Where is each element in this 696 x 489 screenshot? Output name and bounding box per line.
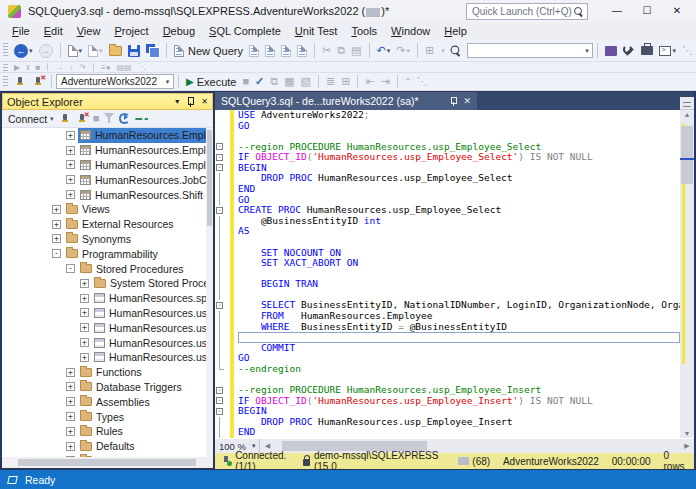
code-line[interactable]: -IF OBJECT_ID('HumanResources.usp_Employ… — [215, 396, 680, 407]
tree-item[interactable]: +HumanResources.Shift — [2, 187, 213, 202]
toolbar-overflow[interactable]: ⋱ — [414, 76, 431, 87]
new-query-button[interactable]: New Query — [171, 42, 246, 60]
toolbar-dropdown[interactable]: ▾ — [437, 47, 448, 55]
expand-icon[interactable]: + — [66, 397, 75, 406]
menu-debug[interactable]: Debug — [156, 23, 202, 39]
expand-icon[interactable]: + — [52, 234, 61, 243]
outlining-margin[interactable]: - — [215, 300, 238, 311]
expand-icon[interactable]: + — [66, 427, 75, 436]
scroll-left-icon[interactable]: ◀ — [260, 442, 274, 450]
redo-button[interactable]: ↷▾ — [393, 45, 413, 56]
menu-tools[interactable]: Tools — [344, 23, 384, 39]
wrench-icon[interactable] — [620, 45, 638, 57]
expand-icon[interactable]: + — [66, 368, 75, 377]
undo-button[interactable]: ↶▾ — [374, 45, 394, 56]
tree-horizontal-scrollbar[interactable] — [2, 457, 213, 468]
expand-icon[interactable]: + — [66, 131, 75, 140]
toolbar-overflow[interactable]: ⋱ — [135, 63, 149, 71]
code-line[interactable]: END — [215, 427, 680, 438]
execute-button[interactable]: ▶Execute — [183, 76, 239, 88]
tree-item[interactable]: +HumanResources.Employee — [2, 128, 213, 143]
menu-help[interactable]: Help — [437, 23, 474, 39]
break-all-icon[interactable]: ‖ — [23, 63, 32, 72]
navigate-forward-button[interactable]: → — [36, 44, 56, 58]
code-line[interactable]: WHERE BusinessEntityID = @BusinessEntity… — [215, 322, 680, 333]
code-line[interactable]: @BusinessEntityID int — [215, 216, 680, 227]
debug-windows-icon[interactable]: ▤▤ — [114, 63, 135, 72]
estimated-plan-icon[interactable]: ⧉ — [267, 76, 281, 87]
collapse-region-icon[interactable]: - — [216, 408, 223, 415]
disconnect-query-icon[interactable]: ✕ — [29, 76, 47, 88]
outlining-margin[interactable]: - — [215, 396, 238, 407]
collapse-icon[interactable]: - — [66, 264, 75, 273]
tree-item[interactable]: +Views — [2, 202, 213, 217]
code-line[interactable]: GO — [215, 121, 680, 132]
navigate-backward-button[interactable]: ←▾ — [11, 44, 36, 58]
expand-icon[interactable]: + — [66, 146, 75, 155]
disconnect-plug-icon[interactable]: ✕ — [76, 113, 88, 125]
outlining-margin[interactable]: - — [215, 385, 238, 396]
code-line[interactable]: SET XACT_ABORT ON — [215, 258, 680, 269]
intellisense-icon[interactable]: ▧ — [298, 76, 314, 87]
outlining-margin[interactable]: - — [215, 205, 238, 216]
tree-item[interactable]: +HumanResources.sp_GetEmployeeManagers — [2, 291, 213, 306]
tree-item[interactable]: +HumanResources.JobCandidate — [2, 172, 213, 187]
collapse-region-icon[interactable]: - — [216, 164, 223, 171]
close-panel-icon[interactable]: ✕ — [201, 97, 208, 106]
quick-launch-box[interactable]: Quick Launch (Ctrl+Q) — [466, 3, 588, 20]
split-window-handle[interactable] — [680, 97, 694, 110]
collapse-region-icon[interactable]: - — [216, 397, 223, 404]
code-line[interactable]: DROP PROC HumanResources.usp_Employee_Se… — [215, 173, 680, 184]
tree-item[interactable]: +External Resources — [2, 217, 213, 232]
start-debug-icon[interactable]: ▶ — [11, 63, 23, 72]
window-position-icon[interactable]: ▾ — [175, 97, 179, 106]
collapse-region-icon[interactable]: - — [216, 154, 223, 161]
mdx-query-icon[interactable] — [246, 45, 262, 57]
pin-icon[interactable] — [186, 96, 195, 107]
dmx-query-icon[interactable] — [262, 45, 278, 57]
tree-vertical-scrollbar[interactable] — [206, 128, 213, 457]
tree-item[interactable]: +Synonyms — [2, 232, 213, 247]
toolbar-grip[interactable] — [3, 43, 8, 58]
database-combo[interactable]: AdventureWorks2022▾ — [56, 74, 174, 89]
scrollbar-thumb[interactable] — [207, 130, 212, 226]
connect-query-icon[interactable] — [11, 76, 29, 88]
expand-icon[interactable]: + — [80, 323, 89, 332]
tree-item[interactable]: +Types — [2, 409, 213, 424]
code-line[interactable]: BEGIN TRAN — [215, 279, 680, 290]
parse-icon[interactable]: ✓ — [252, 75, 267, 88]
connect-plug-icon[interactable] — [59, 113, 71, 125]
cancel-query-icon[interactable]: ■ — [239, 76, 252, 87]
cut-icon[interactable]: ✂ — [319, 45, 334, 56]
tree-item[interactable]: +Assemblies — [2, 394, 213, 409]
tree-item[interactable]: +Database Triggers — [2, 380, 213, 395]
find-combo[interactable]: ▾ — [467, 43, 594, 58]
tree-item[interactable]: +HumanResources.uspUpdateEmployeeLogin — [2, 335, 213, 350]
code-line[interactable]: --endregion — [215, 364, 680, 375]
maximize-button[interactable]: ☐ — [632, 0, 662, 22]
toolbar-grip[interactable] — [3, 76, 8, 88]
copy-icon[interactable]: ⧉ — [334, 45, 348, 56]
connect-dropdown-icon[interactable]: ▾ — [50, 115, 54, 123]
scrollbar-thumb[interactable] — [681, 126, 693, 184]
tree-item[interactable]: -Programmability — [2, 246, 213, 261]
expand-icon[interactable]: + — [80, 353, 89, 362]
expand-icon[interactable]: + — [66, 190, 75, 199]
tree-item[interactable]: +HumanResources.EmployeeDepartmentHistor… — [2, 143, 213, 158]
tree-item[interactable]: +System Stored Procedures — [2, 276, 213, 291]
menu-view[interactable]: View — [70, 23, 108, 39]
editor-vertical-scrollbar[interactable]: ▲ ▼ — [680, 110, 694, 438]
comment-icon[interactable]: ⇤ — [362, 76, 377, 87]
tab-pin-icon[interactable] — [450, 97, 457, 106]
expand-icon[interactable]: + — [66, 382, 75, 391]
expand-icon[interactable]: + — [80, 294, 89, 303]
minimize-button[interactable]: — — [602, 0, 632, 22]
collapse-region-icon[interactable]: - — [216, 207, 223, 214]
xevent-profiler-icon[interactable] — [602, 46, 620, 56]
object-explorer-tree[interactable]: +HumanResources.Employee+HumanResources.… — [2, 128, 213, 457]
expand-icon[interactable]: + — [80, 308, 89, 317]
show-next-statement-icon[interactable]: → — [52, 63, 66, 72]
expand-icon[interactable]: + — [52, 205, 61, 214]
expand-icon[interactable]: + — [80, 338, 89, 347]
tree-item[interactable]: +HumanResources.uspUpdateEmployeeHireInf… — [2, 320, 213, 335]
